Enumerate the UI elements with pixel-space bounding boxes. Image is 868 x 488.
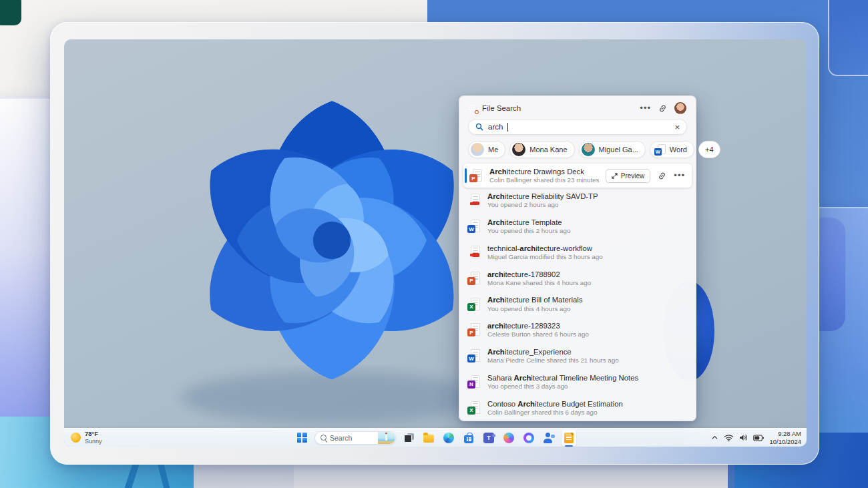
sun-icon (71, 433, 81, 443)
taskbar-search-box[interactable]: Search (314, 431, 396, 445)
edge-icon (443, 433, 454, 443)
row-more-options-icon[interactable]: ••• (674, 173, 685, 178)
task-view-button[interactable] (401, 430, 416, 446)
profile-avatar[interactable] (674, 102, 686, 114)
copilot-icon (503, 433, 514, 443)
result-row[interactable]: Architecture Reliability SAVD-TP You ope… (459, 188, 696, 214)
result-meta: You opened this 2 hours ago (487, 227, 696, 235)
teams-icon: T (483, 433, 494, 443)
windows-logo-icon (297, 433, 307, 443)
clear-search-icon[interactable]: × (674, 122, 680, 132)
start-button[interactable] (294, 430, 309, 446)
link-icon[interactable] (658, 103, 668, 113)
wifi-icon[interactable] (724, 434, 734, 442)
file-search-taskbar-button[interactable] (562, 430, 576, 446)
filter-chip-me[interactable]: Me (468, 141, 505, 158)
result-title: Architecture Bill of Materials (487, 295, 696, 304)
file-search-icon (564, 433, 574, 443)
search-input[interactable]: arch × (468, 119, 687, 135)
taskbar-center: Search T (294, 429, 576, 447)
result-row[interactable]: X Contoso Architecture Budget Estimation… (459, 395, 696, 421)
file-search-window: File Search ••• arch (459, 95, 696, 421)
copilot-button[interactable] (501, 430, 516, 446)
result-row[interactable]: technical-architecture-workflow Miguel G… (459, 240, 696, 266)
speaker-icon[interactable] (739, 434, 748, 441)
store-bag-icon (464, 435, 473, 443)
edge-button[interactable] (441, 430, 456, 446)
copy-link-icon[interactable] (657, 171, 667, 181)
result-meta: Maria Piedre Celine shared this 21 hours… (487, 356, 696, 364)
result-meta: Colin Ballinger shared this 6 days ago (487, 409, 696, 417)
weather-condition: Sunny (85, 438, 102, 445)
search-text: arch (488, 123, 503, 131)
word-file-icon: W (467, 220, 481, 233)
people-button[interactable] (541, 430, 556, 446)
onenote-file-icon: N (467, 375, 481, 389)
backdrop-teal-corner (0, 0, 21, 25)
powerpoint-file-icon: P (469, 169, 483, 182)
result-row[interactable]: W Architecture_Experience Maria Piedre C… (459, 343, 696, 369)
avatar-me (471, 143, 484, 156)
clock[interactable]: 9:28 AM 10/10/2024 (769, 430, 801, 445)
result-title: Architecture_Experience (487, 347, 696, 356)
result-title: Sahara Architectural Timeline Meeting No… (487, 373, 696, 383)
excel-file-icon: X (467, 401, 481, 415)
battery-icon[interactable] (753, 435, 764, 441)
search-icon (475, 123, 483, 131)
word-app-icon: W (654, 144, 666, 156)
task-view-icon (404, 433, 414, 443)
word-file-icon: W (467, 349, 481, 362)
clock-date: 10/10/2024 (769, 438, 801, 445)
file-explorer-button[interactable] (421, 430, 436, 446)
result-meta: You opened this 3 days ago (487, 383, 696, 391)
result-title: Architecture Drawings Deck (489, 167, 599, 176)
weather-widget[interactable]: 78°F Sunny (71, 429, 102, 447)
filter-chip-miguel[interactable]: Miguel Ga... (579, 141, 646, 158)
result-meta: Colin Ballinger shared this 23 minutes a… (489, 176, 599, 184)
avatar-mona-kane (512, 143, 525, 156)
pdf-file-icon (467, 194, 481, 207)
clock-time: 9:28 AM (769, 430, 801, 437)
result-meta: You opened 2 hours ago (487, 201, 696, 209)
loop-button[interactable] (521, 430, 536, 446)
result-row[interactable]: X Architecture Bill of Materials You ope… (459, 291, 696, 317)
tray-chevron-icon[interactable] (711, 434, 718, 441)
pdf-file-icon (467, 246, 481, 259)
folder-icon (423, 435, 434, 443)
powerpoint-file-icon: P (467, 272, 481, 285)
result-meta: Mona Kane shared this 4 hours ago (487, 279, 696, 287)
search-results-list: P Architecture Drawings Deck Colin Balli… (459, 164, 696, 421)
taskbar-search-label: Search (330, 434, 375, 442)
result-row[interactable]: P architecture-1289323 Celeste Burton sh… (459, 317, 696, 343)
result-title: technical-architecture-workflow (487, 244, 696, 253)
powerpoint-file-icon: P (467, 323, 481, 336)
result-title: Architecture Template (487, 218, 696, 227)
loop-icon (523, 433, 534, 443)
result-row[interactable]: P architecture-1788902 Mona Kane shared … (459, 265, 696, 291)
excel-file-icon: X (467, 298, 481, 311)
result-title: architecture-1289323 (487, 321, 696, 330)
monitor: File Search ••• arch (50, 22, 819, 465)
filter-chip-more[interactable]: +4 (698, 141, 720, 158)
system-tray: 9:28 AM 10/10/2024 (711, 429, 801, 447)
result-row[interactable]: N Sahara Architectural Timeline Meeting … (459, 369, 696, 395)
text-caret (507, 123, 508, 132)
preview-button[interactable]: Preview (606, 169, 651, 183)
backdrop-panel-top-right (828, 0, 868, 76)
filter-chip-word[interactable]: W Word (650, 141, 694, 158)
result-meta: Miguel Garcia modified this 3 hours ago (487, 253, 696, 261)
search-icon (320, 435, 327, 441)
microsoft-store-button[interactable] (461, 430, 476, 446)
result-row-selected[interactable]: P Architecture Drawings Deck Colin Balli… (463, 164, 692, 188)
result-title: Architecture Reliability SAVD-TP (487, 192, 696, 201)
weather-temperature: 78°F (85, 431, 102, 438)
teams-button[interactable]: T (481, 430, 496, 446)
avatar-miguel (582, 143, 595, 156)
more-options-icon[interactable]: ••• (640, 105, 651, 111)
selection-accent-bar (465, 168, 467, 183)
filter-chip-mona-kane[interactable]: Mona Kane (509, 141, 574, 158)
result-row[interactable]: W Architecture Template You opened this … (459, 214, 696, 240)
filter-chips: Me Mona Kane Miguel Ga... W Word +4 (468, 141, 687, 158)
window-title: File Search (482, 104, 635, 112)
result-title: Contoso Architecture Budget Estimation (487, 399, 696, 409)
